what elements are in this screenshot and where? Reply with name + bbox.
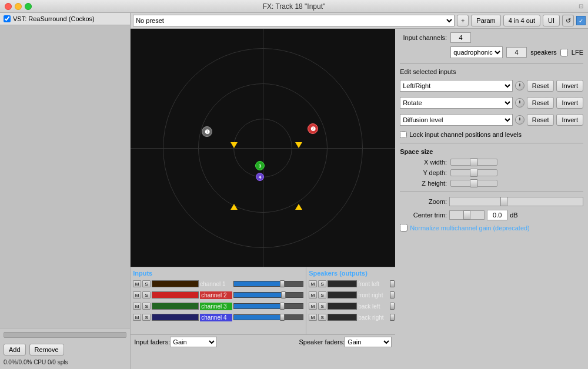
traffic-lights[interactable]: [5, 3, 32, 10]
edit-knob-3[interactable]: [515, 115, 524, 125]
input-faders-label: Input faders:: [134, 338, 170, 345]
normalize-row: Normalize multichannel gain (deprecated): [400, 224, 583, 232]
vst-enable-checkbox[interactable]: [4, 15, 11, 22]
edit-knob-1[interactable]: [515, 81, 524, 90]
right-panel: No preset + Param 4 in 4 out UI ↺: [131, 13, 588, 369]
param-button[interactable]: Param: [471, 15, 500, 26]
spk-bl-color: [328, 303, 357, 310]
input-ch1-s-btn[interactable]: S: [142, 280, 151, 287]
input-channel-1-row: M S channel 1: [133, 279, 303, 289]
speaker-faders-label: Speaker faders:: [299, 338, 345, 345]
speaker-preset-select[interactable]: quadrophonic: [450, 46, 503, 58]
preset-container: No preset: [133, 15, 455, 26]
sync-icon[interactable]: ↺: [562, 15, 574, 26]
invert-btn-3[interactable]: Invert: [556, 114, 583, 126]
channel-1-dot[interactable]: ❶: [202, 126, 212, 137]
spk-fl-s-btn[interactable]: S: [318, 280, 326, 287]
zoom-slider[interactable]: [449, 197, 583, 206]
speakers-value: 4: [506, 47, 527, 58]
normalize-checkbox[interactable]: [400, 224, 407, 232]
channel-3-dot[interactable]: 3: [255, 161, 265, 170]
lock-checkbox[interactable]: [400, 131, 407, 138]
resize-handle[interactable]: ⊡: [579, 3, 583, 9]
y-depth-row: Y depth:: [400, 169, 583, 176]
input-ch1-m-btn[interactable]: M: [133, 280, 141, 287]
close-button[interactable]: [5, 3, 12, 10]
spk-fr-m-btn[interactable]: M: [309, 291, 317, 298]
edit-row-3: Diffusion level Reset Invert: [400, 114, 583, 126]
remove-button[interactable]: Remove: [29, 344, 64, 355]
reset-btn-1[interactable]: Reset: [527, 80, 554, 92]
bottom-buttons: Add Remove: [4, 344, 126, 355]
speaker-preset-row: quadrophonic 4 speakers LFE: [400, 46, 583, 58]
spk-br-color: [328, 314, 357, 321]
input-channel-3-row: M S channel 3: [133, 301, 303, 311]
edit-knob-2[interactable]: [515, 98, 524, 108]
add-preset-button[interactable]: +: [457, 15, 469, 26]
center-trim-label: Center trim:: [400, 212, 447, 219]
lfe-checkbox[interactable]: [560, 49, 568, 56]
input-ch1-fader[interactable]: [233, 281, 303, 287]
horizontal-scrollbar[interactable]: [4, 332, 126, 338]
active-checkbox[interactable]: [576, 16, 586, 25]
preset-select[interactable]: No preset: [133, 15, 455, 26]
bottom-fader-row: Input faders: Gain Speaker faders: Gain: [131, 334, 395, 348]
io-button[interactable]: 4 in 4 out: [503, 15, 540, 26]
edit-selected-title: Edit selected inputs: [400, 68, 583, 75]
channel-4-dot[interactable]: 4: [256, 173, 264, 181]
surround-canvas[interactable]: ❶ ❷ 3 4: [131, 29, 395, 267]
speakers-label: speakers: [530, 49, 557, 56]
spk-br-fader[interactable]: [392, 314, 393, 320]
spk-bl-s-btn[interactable]: S: [318, 303, 326, 310]
spk-bl-m-btn[interactable]: M: [309, 303, 317, 310]
speaker-faders-select[interactable]: Gain: [345, 337, 392, 347]
spk-bl-name: back left: [358, 303, 390, 310]
edit-dropdown-3[interactable]: Diffusion level: [400, 114, 513, 126]
spk-bl-fader[interactable]: [392, 303, 393, 309]
input-ch4-s-btn[interactable]: S: [142, 314, 151, 321]
invert-btn-2[interactable]: Invert: [556, 97, 583, 109]
divider-2: [400, 143, 583, 143]
edit-dropdown-1[interactable]: Left/Right: [400, 80, 513, 92]
zoom-label: Zoom:: [400, 198, 447, 205]
x-width-slider[interactable]: [450, 159, 497, 166]
spk-fl-m-btn[interactable]: M: [309, 280, 317, 287]
input-faders-select[interactable]: Gain: [170, 337, 217, 347]
speakers-title: Speakers (outputs): [309, 270, 393, 277]
spk-fl-fader[interactable]: [392, 281, 393, 287]
edit-dropdown-2[interactable]: Rotate: [400, 97, 513, 109]
add-button[interactable]: Add: [4, 344, 26, 355]
spk-br-m-btn[interactable]: M: [309, 314, 317, 321]
spk-fr-s-btn[interactable]: S: [318, 291, 326, 298]
input-ch4-fader[interactable]: [233, 314, 303, 320]
bottom-controls: Add Remove 0.0%/0.0% CPU 0/0 spls: [0, 328, 130, 369]
center-trim-slider[interactable]: [449, 210, 485, 220]
input-ch3-fader[interactable]: [233, 303, 303, 309]
invert-btn-1[interactable]: Invert: [556, 80, 583, 92]
minimize-button[interactable]: [15, 3, 22, 10]
input-ch4-m-btn[interactable]: M: [133, 314, 141, 321]
input-channels-row: Input channels: 4: [400, 32, 583, 43]
input-ch3-m-btn[interactable]: M: [133, 303, 141, 310]
input-ch2-s-btn[interactable]: S: [142, 291, 151, 298]
knob-1-dot: [519, 83, 520, 86]
spk-br-s-btn[interactable]: S: [318, 314, 326, 321]
input-ch2-fader[interactable]: [233, 292, 303, 298]
reset-btn-2[interactable]: Reset: [527, 97, 554, 109]
channel-2-dot[interactable]: ❷: [308, 123, 318, 134]
center-trim-row: Center trim: 0.0 dB: [400, 210, 583, 220]
knob-2-dot: [519, 100, 520, 103]
input-ch3-name: channel 3: [200, 303, 232, 310]
ui-button[interactable]: UI: [543, 15, 560, 26]
speaker-arrow-top-right: [295, 142, 302, 148]
z-height-slider[interactable]: [450, 180, 497, 187]
spk-fr-fader[interactable]: [392, 292, 393, 298]
divider-3: [400, 192, 583, 192]
input-ch2-m-btn[interactable]: M: [133, 291, 141, 298]
maximize-button[interactable]: [25, 3, 32, 10]
input-ch2-name: channel 2: [200, 291, 232, 299]
reset-btn-3[interactable]: Reset: [527, 114, 554, 126]
y-depth-slider[interactable]: [450, 169, 497, 176]
spk-fr-color: [328, 291, 357, 298]
input-ch3-s-btn[interactable]: S: [142, 303, 151, 310]
